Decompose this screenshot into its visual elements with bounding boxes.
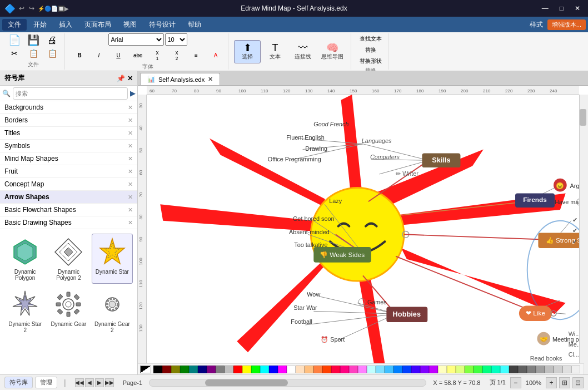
close-btn[interactable]: ✕ [571,4,584,12]
color-swatch-25[interactable] [376,366,385,373]
color-swatch-38[interactable] [491,366,500,373]
color-swatch-3[interactable] [180,366,189,373]
color-btn[interactable]: A [207,51,225,60]
color-swatch-1[interactable] [162,366,171,373]
category-mindmap-close[interactable]: ✕ [128,155,133,162]
zoom-in-btn[interactable]: + [546,377,557,388]
color-swatch-22[interactable] [349,366,358,373]
category-backgrounds[interactable]: Backgrounds ✕ [0,101,137,114]
color-swatch-20[interactable] [331,366,340,373]
zoom-out-btn[interactable]: − [510,377,521,388]
undo-btn[interactable]: ↩ [18,4,26,12]
color-swatch-46[interactable] [562,366,571,373]
new-btn[interactable]: 📄 [6,33,23,47]
color-swatch-21[interactable] [340,366,349,373]
nav-first[interactable]: ◀◀ [75,378,84,387]
redo-btn[interactable]: ↪ [28,4,36,12]
category-fruit[interactable]: Fruit ✕ [0,165,137,178]
add-icon[interactable]: ▶ [130,90,135,97]
color-swatch-40[interactable] [509,366,518,373]
color-swatch-23[interactable] [358,366,367,373]
transform-btn[interactable]: 替换形状 [357,56,385,67]
color-swatch-18[interactable] [313,366,322,373]
menu-symbol[interactable]: 符号设计 [143,19,181,31]
canvas-container[interactable]: 60 70 80 90 100 110 120 130 140 150 160 … [138,86,588,363]
color-swatch-4[interactable] [189,366,198,373]
menu-help[interactable]: 帮助 [182,19,207,31]
color-swatch-39[interactable] [500,366,509,373]
copy-btn[interactable]: 📋 [24,48,42,59]
tab-close[interactable]: ✕ [208,76,213,83]
paste-btn[interactable]: 📋 [43,48,61,59]
color-bw[interactable] [140,366,151,373]
color-swatch-12[interactable] [260,366,269,373]
menu-file[interactable]: 文件 [2,19,27,31]
scroll-thumb-h[interactable] [205,379,288,386]
color-swatch-37[interactable] [482,366,491,373]
color-swatch-2[interactable] [171,366,180,373]
strikethrough-btn[interactable]: abc [129,51,147,60]
superscript-btn[interactable]: x2 [168,48,186,63]
select-btn[interactable]: ⬆ 选择 [234,40,261,63]
color-swatch-35[interactable] [465,366,474,373]
menu-insert[interactable]: 插入 [53,19,78,31]
font-size-select[interactable]: 10 [165,33,187,46]
panel-close-icon[interactable]: ✕ [127,75,133,82]
shape-dynamic-polygon2[interactable]: Dynamic Polygon 2 [48,234,89,284]
category-flowchart[interactable]: Basic Flowchart Shapes ✕ [0,204,137,216]
subscript-btn[interactable]: x1 [148,48,166,63]
color-swatch-8[interactable] [225,366,233,373]
maximize-btn[interactable]: □ [556,4,567,12]
category-titles[interactable]: Titles ✕ [0,127,137,140]
window-controls[interactable]: — □ ✕ [539,4,584,12]
search-input[interactable] [13,87,128,100]
panel-pin-icon[interactable]: 📌 [117,75,125,82]
nav-prev[interactable]: ◀ [85,378,94,387]
category-arrow[interactable]: Arrow Shapes ✕ [0,191,137,204]
color-swatch-7[interactable] [216,366,225,373]
shape-dynamic-star2[interactable]: Dynamic Star 2 [4,286,46,336]
bold-btn[interactable]: B [71,51,88,60]
shape-dynamic-star[interactable]: Dynamic Star [92,234,133,284]
color-swatch-15[interactable] [287,366,296,373]
category-arrow-close[interactable]: ✕ [128,194,133,201]
category-symbols-close[interactable]: ✕ [128,142,133,150]
category-concept-close[interactable]: ✕ [128,181,133,188]
tab-symbol-library[interactable]: 符号库 [4,377,33,388]
menu-layout[interactable]: 页面布局 [79,19,117,31]
italic-btn[interactable]: I [90,51,108,60]
color-swatch-47[interactable] [571,366,580,373]
color-swatch-41[interactable] [518,366,527,373]
category-drawing[interactable]: Basic Drawing Shapes ✕ [0,216,137,229]
color-swatch-33[interactable] [447,366,456,373]
canvas-scrollbar-v[interactable] [579,95,588,363]
nav-next[interactable]: ▶ [95,378,104,387]
mindmap-btn[interactable]: 🧠 思维导图 [317,40,347,63]
color-swatch-44[interactable] [545,366,554,373]
category-borders-close[interactable]: ✕ [128,117,133,124]
color-swatch-31[interactable] [429,366,438,373]
color-swatch-26[interactable] [385,366,393,373]
cut-btn[interactable]: ✂ [6,48,23,59]
category-symbols[interactable]: Symbols ✕ [0,140,137,152]
minimize-btn[interactable]: — [539,4,552,12]
color-swatch-10[interactable] [242,366,251,373]
color-swatch-19[interactable] [322,366,331,373]
color-swatch-34[interactable] [456,366,465,373]
category-titles-close[interactable]: ✕ [128,130,133,137]
underline-btn[interactable]: U [109,51,127,60]
category-backgrounds-close[interactable]: ✕ [128,104,133,111]
category-drawing-close[interactable]: ✕ [128,219,133,226]
canvas-scroll-thumb-v[interactable] [580,109,586,126]
color-swatch-5[interactable] [198,366,207,373]
align-btn[interactable]: ≡ [187,51,205,60]
menu-start[interactable]: 开始 [28,19,52,31]
color-swatch-24[interactable] [367,366,376,373]
color-swatch-9[interactable] [233,366,242,373]
font-family-select[interactable]: Arial [108,33,164,46]
color-swatch-36[interactable] [474,366,482,373]
category-concept[interactable]: Concept Map ✕ [0,178,137,191]
tab-self-analysis[interactable]: 📊 Self Analysis.edx ✕ [140,73,220,85]
color-swatch-45[interactable] [554,366,562,373]
menu-view[interactable]: 视图 [118,19,142,31]
